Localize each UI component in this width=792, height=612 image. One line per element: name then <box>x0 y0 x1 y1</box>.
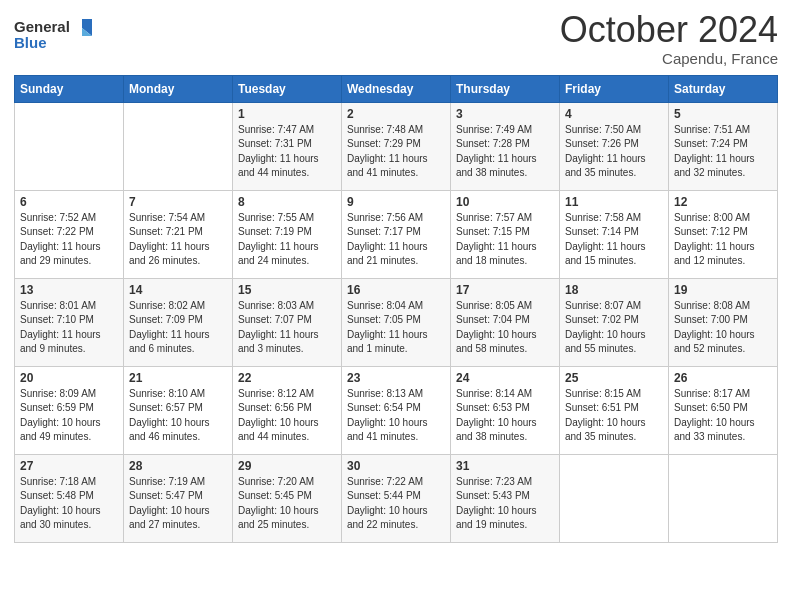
day-number: 9 <box>347 195 445 209</box>
day-info: Sunrise: 8:01 AMSunset: 7:10 PMDaylight:… <box>20 299 118 357</box>
day-info: Sunrise: 7:48 AMSunset: 7:29 PMDaylight:… <box>347 123 445 181</box>
day-number: 6 <box>20 195 118 209</box>
day-cell: 22Sunrise: 8:12 AMSunset: 6:56 PMDayligh… <box>233 366 342 454</box>
day-number: 12 <box>674 195 772 209</box>
day-cell: 15Sunrise: 8:03 AMSunset: 7:07 PMDayligh… <box>233 278 342 366</box>
day-number: 31 <box>456 459 554 473</box>
week-row-2: 6Sunrise: 7:52 AMSunset: 7:22 PMDaylight… <box>15 190 778 278</box>
day-cell: 20Sunrise: 8:09 AMSunset: 6:59 PMDayligh… <box>15 366 124 454</box>
day-info: Sunrise: 7:22 AMSunset: 5:44 PMDaylight:… <box>347 475 445 533</box>
week-row-4: 20Sunrise: 8:09 AMSunset: 6:59 PMDayligh… <box>15 366 778 454</box>
day-info: Sunrise: 7:18 AMSunset: 5:48 PMDaylight:… <box>20 475 118 533</box>
header-day-friday: Friday <box>560 75 669 102</box>
day-cell: 24Sunrise: 8:14 AMSunset: 6:53 PMDayligh… <box>451 366 560 454</box>
week-row-5: 27Sunrise: 7:18 AMSunset: 5:48 PMDayligh… <box>15 454 778 542</box>
svg-text:General: General <box>14 18 70 35</box>
page-container: General Blue October 2024 Capendu, Franc… <box>0 0 792 557</box>
day-info: Sunrise: 8:14 AMSunset: 6:53 PMDaylight:… <box>456 387 554 445</box>
day-number: 22 <box>238 371 336 385</box>
day-cell: 7Sunrise: 7:54 AMSunset: 7:21 PMDaylight… <box>124 190 233 278</box>
day-number: 20 <box>20 371 118 385</box>
day-info: Sunrise: 7:57 AMSunset: 7:15 PMDaylight:… <box>456 211 554 269</box>
day-info: Sunrise: 8:05 AMSunset: 7:04 PMDaylight:… <box>456 299 554 357</box>
day-cell: 6Sunrise: 7:52 AMSunset: 7:22 PMDaylight… <box>15 190 124 278</box>
day-info: Sunrise: 8:04 AMSunset: 7:05 PMDaylight:… <box>347 299 445 357</box>
day-cell: 16Sunrise: 8:04 AMSunset: 7:05 PMDayligh… <box>342 278 451 366</box>
day-cell: 4Sunrise: 7:50 AMSunset: 7:26 PMDaylight… <box>560 102 669 190</box>
svg-text:Blue: Blue <box>14 34 47 51</box>
day-info: Sunrise: 8:00 AMSunset: 7:12 PMDaylight:… <box>674 211 772 269</box>
day-cell: 5Sunrise: 7:51 AMSunset: 7:24 PMDaylight… <box>669 102 778 190</box>
day-cell: 25Sunrise: 8:15 AMSunset: 6:51 PMDayligh… <box>560 366 669 454</box>
day-info: Sunrise: 8:12 AMSunset: 6:56 PMDaylight:… <box>238 387 336 445</box>
day-number: 26 <box>674 371 772 385</box>
calendar-body: 1Sunrise: 7:47 AMSunset: 7:31 PMDaylight… <box>15 102 778 542</box>
day-number: 8 <box>238 195 336 209</box>
day-number: 4 <box>565 107 663 121</box>
day-number: 28 <box>129 459 227 473</box>
day-cell: 26Sunrise: 8:17 AMSunset: 6:50 PMDayligh… <box>669 366 778 454</box>
day-info: Sunrise: 7:50 AMSunset: 7:26 PMDaylight:… <box>565 123 663 181</box>
day-cell: 18Sunrise: 8:07 AMSunset: 7:02 PMDayligh… <box>560 278 669 366</box>
calendar-header: SundayMondayTuesdayWednesdayThursdayFrid… <box>15 75 778 102</box>
day-number: 23 <box>347 371 445 385</box>
day-cell: 17Sunrise: 8:05 AMSunset: 7:04 PMDayligh… <box>451 278 560 366</box>
day-info: Sunrise: 7:51 AMSunset: 7:24 PMDaylight:… <box>674 123 772 181</box>
day-cell: 1Sunrise: 7:47 AMSunset: 7:31 PMDaylight… <box>233 102 342 190</box>
day-cell: 28Sunrise: 7:19 AMSunset: 5:47 PMDayligh… <box>124 454 233 542</box>
day-cell: 10Sunrise: 7:57 AMSunset: 7:15 PMDayligh… <box>451 190 560 278</box>
header-day-monday: Monday <box>124 75 233 102</box>
day-info: Sunrise: 8:02 AMSunset: 7:09 PMDaylight:… <box>129 299 227 357</box>
day-info: Sunrise: 8:17 AMSunset: 6:50 PMDaylight:… <box>674 387 772 445</box>
day-number: 16 <box>347 283 445 297</box>
day-info: Sunrise: 7:55 AMSunset: 7:19 PMDaylight:… <box>238 211 336 269</box>
day-info: Sunrise: 7:56 AMSunset: 7:17 PMDaylight:… <box>347 211 445 269</box>
day-info: Sunrise: 8:08 AMSunset: 7:00 PMDaylight:… <box>674 299 772 357</box>
header-area: General Blue October 2024 Capendu, Franc… <box>14 10 778 67</box>
day-number: 13 <box>20 283 118 297</box>
title-area: October 2024 Capendu, France <box>560 10 778 67</box>
day-cell: 31Sunrise: 7:23 AMSunset: 5:43 PMDayligh… <box>451 454 560 542</box>
day-number: 1 <box>238 107 336 121</box>
day-cell: 23Sunrise: 8:13 AMSunset: 6:54 PMDayligh… <box>342 366 451 454</box>
day-info: Sunrise: 7:58 AMSunset: 7:14 PMDaylight:… <box>565 211 663 269</box>
day-info: Sunrise: 7:47 AMSunset: 7:31 PMDaylight:… <box>238 123 336 181</box>
day-number: 18 <box>565 283 663 297</box>
day-cell: 9Sunrise: 7:56 AMSunset: 7:17 PMDaylight… <box>342 190 451 278</box>
day-cell <box>560 454 669 542</box>
day-number: 5 <box>674 107 772 121</box>
day-cell: 21Sunrise: 8:10 AMSunset: 6:57 PMDayligh… <box>124 366 233 454</box>
week-row-3: 13Sunrise: 8:01 AMSunset: 7:10 PMDayligh… <box>15 278 778 366</box>
day-number: 17 <box>456 283 554 297</box>
day-info: Sunrise: 8:10 AMSunset: 6:57 PMDaylight:… <box>129 387 227 445</box>
day-info: Sunrise: 7:49 AMSunset: 7:28 PMDaylight:… <box>456 123 554 181</box>
day-number: 15 <box>238 283 336 297</box>
day-cell <box>124 102 233 190</box>
day-number: 27 <box>20 459 118 473</box>
day-info: Sunrise: 7:52 AMSunset: 7:22 PMDaylight:… <box>20 211 118 269</box>
month-title: October 2024 <box>560 10 778 50</box>
header-day-tuesday: Tuesday <box>233 75 342 102</box>
day-info: Sunrise: 7:23 AMSunset: 5:43 PMDaylight:… <box>456 475 554 533</box>
day-number: 11 <box>565 195 663 209</box>
header-day-saturday: Saturday <box>669 75 778 102</box>
day-number: 2 <box>347 107 445 121</box>
day-info: Sunrise: 8:13 AMSunset: 6:54 PMDaylight:… <box>347 387 445 445</box>
day-number: 10 <box>456 195 554 209</box>
day-cell <box>669 454 778 542</box>
day-cell: 12Sunrise: 8:00 AMSunset: 7:12 PMDayligh… <box>669 190 778 278</box>
header-day-sunday: Sunday <box>15 75 124 102</box>
logo-svg: General Blue <box>14 14 94 56</box>
day-info: Sunrise: 7:19 AMSunset: 5:47 PMDaylight:… <box>129 475 227 533</box>
day-cell <box>15 102 124 190</box>
day-number: 25 <box>565 371 663 385</box>
day-cell: 3Sunrise: 7:49 AMSunset: 7:28 PMDaylight… <box>451 102 560 190</box>
day-cell: 8Sunrise: 7:55 AMSunset: 7:19 PMDaylight… <box>233 190 342 278</box>
day-cell: 14Sunrise: 8:02 AMSunset: 7:09 PMDayligh… <box>124 278 233 366</box>
day-number: 30 <box>347 459 445 473</box>
day-number: 29 <box>238 459 336 473</box>
day-number: 7 <box>129 195 227 209</box>
header-day-thursday: Thursday <box>451 75 560 102</box>
day-number: 14 <box>129 283 227 297</box>
logo: General Blue <box>14 14 94 60</box>
